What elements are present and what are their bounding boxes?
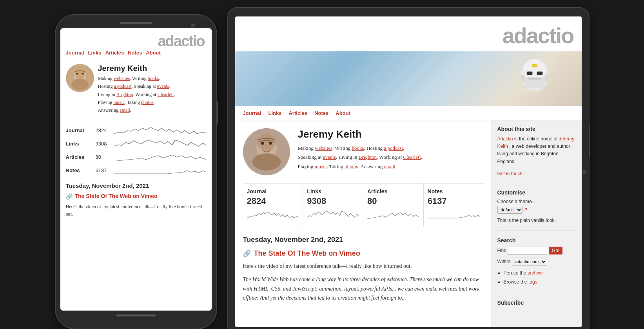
svg-point-22: [252, 153, 281, 171]
stat-row-notes: Notes 6137: [66, 165, 206, 176]
tablet-stat-title-links: Links: [307, 188, 359, 194]
tablet-logo: adactio: [502, 23, 573, 48]
tablet-stat-notes: Notes 6137: [424, 184, 484, 227]
sidebar-about-heading: About this site: [497, 126, 576, 132]
tablet-nav-notes[interactable]: Notes: [314, 110, 328, 116]
tablet-nav-journal[interactable]: Journal: [243, 110, 261, 116]
phone-speaker: [120, 22, 152, 24]
search-input[interactable]: [508, 247, 547, 254]
tablet-link-books[interactable]: books: [352, 145, 364, 151]
sidebar-customise-heading: Customise: [497, 189, 576, 196]
tablet-stat-num-links: 9308: [307, 196, 359, 206]
tablet-screen: adactio: [235, 16, 582, 327]
tablet-link-photos[interactable]: photos: [345, 164, 358, 169]
sparkline-notes: [114, 165, 206, 176]
tablet-article-link-row: 🔗 The State Of The Web on Vimeo: [243, 249, 484, 258]
tablet-article-title[interactable]: The State Of The Web on Vimeo: [254, 249, 360, 258]
tablet-nav-links[interactable]: Links: [268, 110, 281, 116]
sparkline-links: [114, 138, 206, 149]
link-brighton[interactable]: Brighton: [116, 92, 133, 97]
tablet-stat-num-notes: 6137: [428, 196, 480, 206]
phone-nav-articles[interactable]: Articles: [105, 50, 124, 56]
phone-home-bar: [60, 314, 212, 316]
sidebar-archive-item: Peruse the archive: [504, 269, 576, 278]
tablet-nav-about[interactable]: About: [336, 110, 350, 116]
tablet-sparkline-journal: [247, 209, 299, 220]
tablet-stat-articles: Articles 80: [363, 184, 424, 227]
link-websites[interactable]: websites: [114, 76, 130, 81]
chain-link-icon: 🔗: [66, 193, 73, 200]
svg-point-2: [74, 67, 85, 78]
sidebar-subscribe-heading: Subscribe: [497, 300, 576, 306]
tablet-device: adactio: [228, 8, 589, 329]
theme-help-link[interactable]: ?: [525, 207, 528, 213]
sidebar-customise-section: Customise Choose a theme... default ? Th…: [497, 189, 576, 231]
tablet-stats: Journal 2824 Links 9308 Ar: [243, 183, 484, 227]
phone-stats: Journal 2824 Links 9308: [66, 121, 206, 176]
tablet-side-button: [589, 125, 590, 157]
sidebar-tags-item: Browse the tags: [504, 278, 576, 287]
phone-nav-notes[interactable]: Notes: [128, 50, 142, 56]
tablet-main: Jeremy Keith Making websites. Writing bo…: [235, 120, 582, 327]
svg-rect-16: [521, 75, 524, 82]
tablet-link-clearleft[interactable]: Clearleft: [403, 154, 421, 160]
phone-profile-info: Jeremy Keith Making websites. Writing bo…: [98, 64, 175, 115]
tablet-avatar-image: [243, 128, 290, 175]
link-events[interactable]: events: [157, 84, 169, 89]
tablet-avatar: [243, 128, 290, 175]
tablet-article-excerpt: Here's the video of my latest conference…: [243, 262, 484, 271]
phone-nav-journal[interactable]: Journal: [66, 50, 84, 56]
search-find-label: Find: [497, 248, 506, 253]
tablet-chain-link-icon: 🔗: [243, 250, 251, 257]
tablet-header: adactio: [235, 16, 582, 51]
tablet-link-events[interactable]: events: [323, 154, 336, 160]
stat-num-notes: 6137: [96, 167, 111, 173]
search-go-button[interactable]: Go!: [549, 247, 562, 254]
link-books[interactable]: books: [148, 76, 159, 81]
sidebar-links-list: Peruse the archive Browse the tags: [497, 269, 576, 287]
phone-device: adactio Journal Links Articles Notes Abo…: [56, 15, 216, 329]
svg-rect-11: [528, 78, 541, 80]
tablet-link-websites[interactable]: websites: [315, 145, 332, 151]
phone-nav-about[interactable]: About: [146, 50, 161, 56]
tablet-link-podcast[interactable]: a podcast: [384, 145, 403, 151]
tablet-nav-articles[interactable]: Articles: [288, 110, 307, 116]
phone-post-date: Tuesday, November 2nd, 2021: [66, 182, 206, 189]
hero-stormtrooper-illustration: [511, 55, 558, 102]
svg-point-23: [261, 142, 264, 145]
phone-content: adactio Journal Links Articles Notes Abo…: [60, 28, 212, 223]
tablet-hero-image: [235, 51, 582, 106]
tablet-post-date: Tuesday, November 2nd, 2021: [243, 236, 484, 244]
tablet-profile-name: Jeremy Keith: [298, 128, 423, 140]
link-photos[interactable]: photos: [141, 100, 154, 105]
sidebar-vanilla-text: This is the plain vanilla look.: [497, 217, 576, 224]
phone-nav-links[interactable]: Links: [88, 50, 101, 56]
link-podcast[interactable]: a podcast: [114, 84, 132, 89]
sidebar-archive-link[interactable]: archive: [528, 270, 543, 276]
tablet-stat-num-articles: 80: [367, 196, 419, 206]
phone-side-button: [216, 101, 218, 125]
link-music[interactable]: music: [113, 100, 125, 105]
theme-dropdown[interactable]: default: [497, 206, 522, 214]
tablet-sidebar: About this site Adactio is the online ho…: [492, 120, 582, 327]
tablet-sparkline-notes: [428, 209, 480, 220]
link-clearleft[interactable]: Clearleft: [158, 92, 174, 97]
sidebar-choose-theme-label: Choose a theme...: [497, 199, 576, 204]
link-email[interactable]: email: [120, 107, 130, 113]
tablet-link-music[interactable]: music: [314, 164, 327, 169]
stat-row-articles: Articles 80: [66, 152, 206, 163]
sidebar-get-in-touch-link[interactable]: Get in touch: [497, 171, 523, 176]
sparkline-journal: [114, 125, 206, 136]
tablet-link-email[interactable]: email: [384, 164, 395, 169]
sidebar-tags-link[interactable]: tags: [528, 279, 537, 285]
phone-nav: Journal Links Articles Notes About: [66, 50, 206, 59]
stat-label-journal: Journal: [66, 127, 93, 133]
within-dropdown[interactable]: adactio.com: [512, 258, 547, 265]
tablet-link-brighton[interactable]: Brighton: [359, 154, 377, 160]
phone-profile: Jeremy Keith Making websites. Writing bo…: [66, 64, 206, 115]
sparkline-articles: [114, 152, 206, 163]
sidebar-adactio-link[interactable]: Adactio: [497, 136, 513, 142]
tablet-sparkline-links: [307, 209, 359, 220]
phone-article-title[interactable]: The State Of The Web on Vimeo: [75, 193, 158, 199]
within-row: Within adactio.com: [497, 258, 576, 265]
